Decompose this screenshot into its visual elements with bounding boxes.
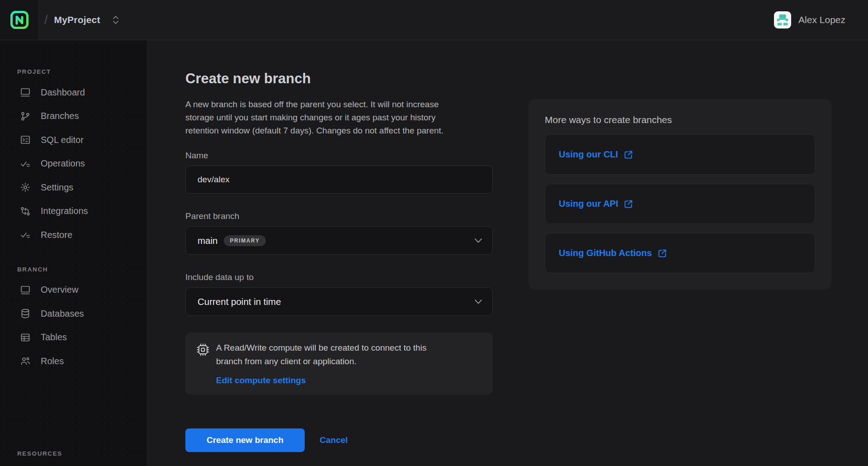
checklist-icon	[20, 229, 31, 240]
project-switcher[interactable]: MyProject	[54, 14, 119, 25]
parent-branch-select[interactable]: main PRIMARY	[185, 226, 493, 255]
more-ways-panel: More ways to create branches Using our C…	[528, 99, 831, 290]
edit-compute-settings-link[interactable]: Edit compute settings	[216, 376, 306, 385]
breadcrumb-project-name: MyProject	[54, 14, 100, 25]
include-data-value: Current point in time	[198, 296, 281, 307]
sidebar-section-branch: BRANCH	[17, 266, 147, 273]
sidebar-section-resources: RESOURCES	[17, 450, 147, 457]
breadcrumb-separator: /	[44, 13, 48, 27]
neon-logo-icon	[10, 10, 29, 29]
name-label: Name	[185, 151, 497, 161]
sidebar-item-roles[interactable]: Roles	[17, 349, 147, 373]
unfold-icon	[112, 15, 119, 25]
sidebar-item-dashboard[interactable]: Dashboard	[17, 81, 147, 105]
table-icon	[20, 332, 31, 343]
include-data-label: Include data up to	[185, 272, 497, 282]
chevron-down-icon	[474, 238, 482, 243]
page-description: A new branch is based off the parent you…	[185, 98, 497, 137]
sidebar-item-sql-editor[interactable]: SQL editor	[17, 128, 147, 152]
sidebar-item-overview[interactable]: Overview	[17, 278, 147, 302]
cpu-chip-icon	[196, 342, 210, 357]
more-ways-title: More ways to create branches	[545, 114, 815, 125]
sidebar-item-branches[interactable]: Branches	[17, 105, 147, 128]
parent-branch-value: main	[198, 235, 217, 246]
api-card[interactable]: Using our API	[545, 184, 815, 224]
branch-name-input[interactable]	[185, 166, 493, 194]
checklist-icon	[20, 158, 31, 169]
sidebar-item-restore[interactable]: Restore	[17, 223, 147, 247]
git-compare-icon	[20, 206, 31, 217]
avatar	[774, 11, 791, 29]
sidebar: PROJECT Dashboard Branches SQL editor	[0, 40, 148, 466]
logo-cell[interactable]	[0, 0, 39, 40]
using-api-link[interactable]: Using our API	[559, 199, 633, 209]
avatar-identicon-icon	[775, 12, 790, 28]
external-link-icon	[623, 150, 633, 160]
users-icon	[20, 356, 31, 366]
using-cli-link[interactable]: Using our CLI	[559, 149, 633, 160]
user-menu[interactable]: Alex Lopez	[774, 0, 845, 40]
sidebar-item-databases[interactable]: Databases	[17, 302, 147, 326]
sidebar-item-tables[interactable]: Tables	[17, 326, 147, 350]
dashboard-icon	[20, 87, 31, 98]
terminal-icon	[20, 134, 31, 145]
window-icon	[20, 285, 31, 295]
sidebar-section-project: PROJECT	[17, 68, 147, 75]
external-link-icon	[623, 199, 633, 209]
create-branch-button[interactable]: Create new branch	[185, 428, 305, 452]
using-github-actions-link[interactable]: Using GitHub Actions	[559, 248, 667, 258]
sidebar-item-operations[interactable]: Operations	[17, 152, 147, 176]
sidebar-item-integrations[interactable]: Integrations	[17, 200, 147, 223]
database-icon	[20, 308, 31, 319]
cancel-link[interactable]: Cancel	[320, 435, 348, 445]
gear-icon	[20, 182, 31, 193]
compute-note: A Read/Write compute will be created to …	[185, 333, 493, 395]
primary-badge: PRIMARY	[224, 235, 265, 246]
user-name: Alex Lopez	[798, 14, 845, 25]
parent-branch-label: Parent branch	[185, 211, 497, 221]
sidebar-item-settings[interactable]: Settings	[17, 176, 147, 200]
compute-note-text: A Read/Write compute will be created to …	[216, 341, 426, 368]
include-data-select[interactable]: Current point in time	[185, 287, 493, 316]
page-title: Create new branch	[185, 71, 497, 87]
cli-card[interactable]: Using our CLI	[545, 134, 815, 175]
chevron-down-icon	[474, 299, 482, 304]
top-bar: / MyProject Alex Lopez	[0, 0, 868, 40]
git-branch-icon	[20, 111, 31, 122]
github-actions-card[interactable]: Using GitHub Actions	[545, 233, 815, 273]
main-content: Create new branch A new branch is based …	[148, 40, 868, 466]
external-link-icon	[657, 248, 667, 258]
